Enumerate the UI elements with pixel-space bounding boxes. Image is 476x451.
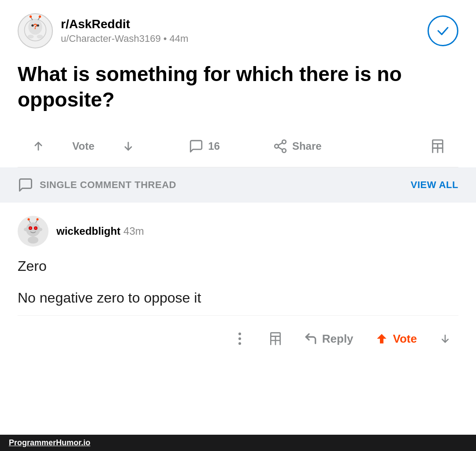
vote-label: Vote (72, 140, 94, 152)
upvote-button[interactable] (18, 134, 59, 158)
svg-point-6 (37, 35, 43, 39)
comment-username[interactable]: wickedblight (56, 225, 120, 237)
svg-point-10 (39, 15, 41, 18)
comment-line-2: No negative zero to oppose it (18, 287, 458, 308)
award-button[interactable] (417, 134, 458, 158)
upvote-icon (31, 139, 46, 154)
post-title: What is something for which there is no … (18, 62, 458, 112)
svg-point-8 (30, 15, 32, 18)
checkmark-icon (435, 23, 451, 39)
view-all-button[interactable]: VIEW ALL (411, 179, 458, 191)
award-icon (430, 139, 445, 154)
comment-downvote-button[interactable] (432, 327, 458, 350)
downvote-button[interactable] (108, 134, 149, 158)
post-header: ? r/AskReddit u/Character-Wash3169 • 44 (18, 13, 458, 48)
page-footer: ProgrammerHumor.io (0, 435, 476, 451)
thread-comment-icon (18, 177, 33, 193)
commenter-avatar-icon (20, 218, 46, 244)
comment-action-bar: Reply Vote (18, 315, 458, 357)
post-author-time: u/Character-Wash3169 • 44m (61, 33, 188, 44)
svg-point-28 (35, 227, 37, 229)
comment-downvote-icon (438, 332, 452, 346)
svg-point-30 (38, 228, 42, 231)
reply-icon (304, 332, 318, 346)
comment-icon (189, 139, 204, 154)
comment-section: wickedblight 43m Zero No negative zero t… (0, 203, 476, 366)
footer-site: ProgrammerHumor.io (9, 438, 90, 447)
action-bar: Vote 16 Share (18, 130, 458, 167)
comment-line-1: Zero (18, 255, 458, 277)
comment-body: Zero No negative zero to oppose it (18, 255, 458, 308)
post-header-left: ? r/AskReddit u/Character-Wash3169 • 44 (18, 13, 188, 48)
comment-time: 43m (123, 225, 144, 237)
thread-banner-left: SINGLE COMMENT THREAD (18, 177, 176, 193)
vote-label-item: Vote (59, 136, 108, 157)
comment-avatar[interactable] (18, 216, 48, 247)
svg-point-33 (28, 218, 30, 221)
comments-button[interactable]: 16 (175, 134, 233, 158)
share-button[interactable]: Share (260, 134, 335, 158)
post-meta: r/AskReddit u/Character-Wash3169 • 44m (61, 17, 188, 44)
reply-label: Reply (322, 332, 353, 346)
comment-upvote-icon (375, 332, 389, 346)
comment-count: 16 (208, 140, 220, 152)
svg-line-17 (278, 143, 283, 145)
comment-upvote-button[interactable]: Vote (368, 327, 423, 350)
comment-award-icon (268, 332, 283, 346)
comment-vote-label: Vote (393, 332, 417, 346)
reply-button[interactable]: Reply (298, 327, 360, 350)
comment-award-button[interactable] (262, 327, 289, 350)
share-label: Share (292, 140, 322, 152)
checkmark-button[interactable] (428, 15, 458, 46)
post-container: ? r/AskReddit u/Character-Wash3169 • 44 (0, 0, 476, 167)
svg-line-16 (278, 147, 283, 150)
dots-menu-icon (232, 329, 247, 348)
svg-point-29 (24, 228, 28, 231)
svg-text:?: ? (33, 23, 37, 30)
svg-point-35 (37, 218, 39, 221)
subreddit-avatar[interactable]: ? (18, 13, 53, 48)
thread-banner-text: SINGLE COMMENT THREAD (40, 179, 176, 191)
downvote-icon (121, 139, 136, 154)
more-button[interactable] (226, 325, 253, 353)
svg-point-31 (28, 237, 38, 244)
comment-author-info: wickedblight 43m (56, 225, 144, 237)
comment-header: wickedblight 43m (18, 216, 458, 247)
share-icon (273, 139, 288, 154)
subreddit-name[interactable]: r/AskReddit (61, 17, 188, 31)
svg-point-27 (30, 227, 31, 229)
svg-point-5 (28, 35, 34, 39)
thread-banner: SINGLE COMMENT THREAD VIEW ALL (0, 167, 476, 203)
